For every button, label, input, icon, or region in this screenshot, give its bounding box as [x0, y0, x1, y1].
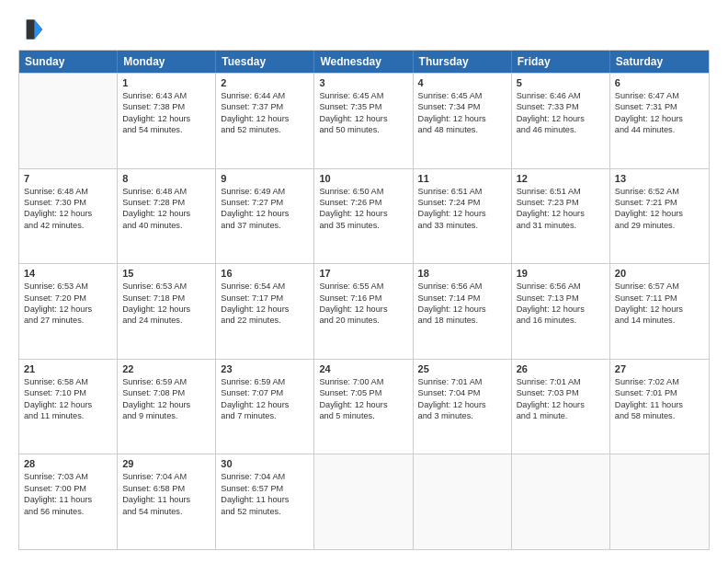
cell-info: and 58 minutes. — [615, 410, 704, 421]
calendar-cell: 28Sunrise: 7:03 AMSunset: 7:00 PMDayligh… — [19, 454, 118, 549]
calendar-cell: 20Sunrise: 6:57 AMSunset: 7:11 PMDayligh… — [610, 264, 709, 359]
cell-info: Daylight: 12 hours — [418, 113, 506, 124]
day-number: 27 — [615, 363, 704, 374]
cell-info: Daylight: 12 hours — [615, 113, 704, 124]
page: SundayMondayTuesdayWednesdayThursdayFrid… — [0, 0, 728, 563]
day-number: 10 — [319, 173, 407, 184]
cell-info: Sunrise: 6:57 AM — [615, 281, 704, 292]
cell-info: Sunrise: 6:49 AM — [221, 186, 309, 197]
calendar-cell: 24Sunrise: 7:00 AMSunset: 7:05 PMDayligh… — [314, 360, 413, 454]
calendar-row: 28Sunrise: 7:03 AMSunset: 7:00 PMDayligh… — [19, 454, 709, 549]
cell-info: Sunrise: 7:04 AM — [122, 471, 210, 482]
cell-info: and 31 minutes. — [517, 220, 605, 231]
calendar-row: 7Sunrise: 6:48 AMSunset: 7:30 PMDaylight… — [19, 168, 709, 264]
cell-info: Daylight: 12 hours — [122, 113, 210, 124]
cell-info: Daylight: 12 hours — [517, 399, 605, 410]
cell-info: Sunset: 7:18 PM — [122, 293, 210, 304]
calendar-cell: 23Sunrise: 6:59 AMSunset: 7:07 PMDayligh… — [216, 360, 314, 454]
day-number: 4 — [418, 77, 506, 88]
cell-info: Sunset: 7:14 PM — [418, 293, 506, 304]
calendar-row: 1Sunrise: 6:43 AMSunset: 7:38 PMDaylight… — [19, 73, 709, 168]
calendar-cell — [610, 454, 709, 549]
cal-header-day: Monday — [118, 51, 216, 73]
cell-info: Sunrise: 6:58 AM — [24, 376, 112, 387]
cell-info: Daylight: 12 hours — [319, 113, 407, 124]
cell-info: Sunrise: 6:44 AM — [221, 90, 309, 101]
cell-info: Daylight: 12 hours — [221, 399, 309, 410]
calendar-cell: 18Sunrise: 6:56 AMSunset: 7:14 PMDayligh… — [414, 264, 512, 359]
calendar-cell: 11Sunrise: 6:51 AMSunset: 7:24 PMDayligh… — [414, 169, 512, 264]
cell-info: Daylight: 12 hours — [221, 304, 309, 315]
cell-info: Sunrise: 7:01 AM — [517, 376, 605, 387]
cell-info: Sunset: 7:21 PM — [615, 197, 704, 208]
calendar-cell: 8Sunrise: 6:48 AMSunset: 7:28 PMDaylight… — [118, 169, 216, 264]
calendar-cell: 7Sunrise: 6:48 AMSunset: 7:30 PMDaylight… — [19, 169, 118, 264]
cell-info: Sunrise: 7:04 AM — [221, 471, 309, 482]
cell-info: and 50 minutes. — [319, 124, 407, 135]
cell-info: Daylight: 12 hours — [221, 113, 309, 124]
cell-info: Sunrise: 6:54 AM — [221, 281, 309, 292]
cell-info: Daylight: 12 hours — [24, 208, 112, 219]
cell-info: Sunrise: 6:50 AM — [319, 186, 407, 197]
cell-info: Sunrise: 6:48 AM — [24, 186, 112, 197]
logo-icon — [18, 17, 44, 42]
cell-info: and 46 minutes. — [517, 124, 605, 135]
cell-info: Sunrise: 6:55 AM — [319, 281, 407, 292]
day-number: 13 — [615, 173, 704, 184]
calendar-cell: 3Sunrise: 6:45 AMSunset: 7:35 PMDaylight… — [314, 74, 413, 168]
calendar-cell: 4Sunrise: 6:45 AMSunset: 7:34 PMDaylight… — [414, 74, 512, 168]
cell-info: Sunrise: 6:43 AM — [122, 90, 210, 101]
cell-info: and 54 minutes. — [122, 124, 210, 135]
calendar-cell: 22Sunrise: 6:59 AMSunset: 7:08 PMDayligh… — [118, 360, 216, 454]
cell-info: Daylight: 12 hours — [122, 399, 210, 410]
cell-info: Sunrise: 6:46 AM — [517, 90, 605, 101]
cell-info: and 52 minutes. — [221, 124, 309, 135]
cell-info: Sunrise: 6:56 AM — [418, 281, 506, 292]
cell-info: Sunset: 7:35 PM — [319, 101, 407, 112]
cell-info: Sunset: 7:27 PM — [221, 197, 309, 208]
calendar-cell — [314, 454, 413, 549]
day-number: 8 — [122, 173, 210, 184]
cell-info: Sunrise: 6:51 AM — [418, 186, 506, 197]
cell-info: Sunset: 7:03 PM — [517, 387, 605, 398]
cell-info: and 20 minutes. — [319, 315, 407, 326]
cell-info: Daylight: 12 hours — [418, 399, 506, 410]
cell-info: and 40 minutes. — [122, 220, 210, 231]
cal-header-day: Tuesday — [216, 51, 314, 73]
calendar-cell: 5Sunrise: 6:46 AMSunset: 7:33 PMDaylight… — [512, 74, 610, 168]
day-number: 3 — [319, 77, 407, 88]
svg-marker-2 — [35, 20, 43, 40]
cell-info: Sunrise: 6:59 AM — [221, 376, 309, 387]
cell-info: Daylight: 12 hours — [221, 208, 309, 219]
day-number: 26 — [517, 363, 605, 374]
cell-info: Sunrise: 6:52 AM — [615, 186, 704, 197]
calendar-cell: 30Sunrise: 7:04 AMSunset: 6:57 PMDayligh… — [216, 454, 314, 549]
calendar-cell: 26Sunrise: 7:01 AMSunset: 7:03 PMDayligh… — [512, 360, 610, 454]
cell-info: and 24 minutes. — [122, 315, 210, 326]
cell-info: Sunrise: 7:02 AM — [615, 376, 704, 387]
calendar-cell — [414, 454, 512, 549]
cell-info: and 35 minutes. — [319, 220, 407, 231]
calendar-cell: 29Sunrise: 7:04 AMSunset: 6:58 PMDayligh… — [118, 454, 216, 549]
header — [18, 17, 710, 42]
cell-info: and 27 minutes. — [24, 315, 112, 326]
cell-info: Daylight: 12 hours — [24, 399, 112, 410]
cell-info: Sunrise: 6:53 AM — [122, 281, 210, 292]
cell-info: and 9 minutes. — [122, 410, 210, 421]
day-number: 14 — [24, 268, 112, 279]
cell-info: Sunset: 7:08 PM — [122, 387, 210, 398]
cell-info: Sunrise: 6:47 AM — [615, 90, 704, 101]
calendar-cell: 25Sunrise: 7:01 AMSunset: 7:04 PMDayligh… — [414, 360, 512, 454]
calendar-cell: 17Sunrise: 6:55 AMSunset: 7:16 PMDayligh… — [314, 264, 413, 359]
cell-info: Sunrise: 6:45 AM — [418, 90, 506, 101]
cell-info: Daylight: 12 hours — [615, 304, 704, 315]
day-number: 25 — [418, 363, 506, 374]
cell-info: Sunset: 7:16 PM — [319, 293, 407, 304]
cal-header-day: Wednesday — [314, 51, 413, 73]
calendar-cell: 15Sunrise: 6:53 AMSunset: 7:18 PMDayligh… — [118, 264, 216, 359]
cell-info: Sunrise: 6:51 AM — [517, 186, 605, 197]
cell-info: and 33 minutes. — [418, 220, 506, 231]
cell-info: Sunset: 6:57 PM — [221, 483, 309, 494]
cal-header-day: Friday — [512, 51, 610, 73]
calendar-row: 21Sunrise: 6:58 AMSunset: 7:10 PMDayligh… — [19, 359, 709, 454]
